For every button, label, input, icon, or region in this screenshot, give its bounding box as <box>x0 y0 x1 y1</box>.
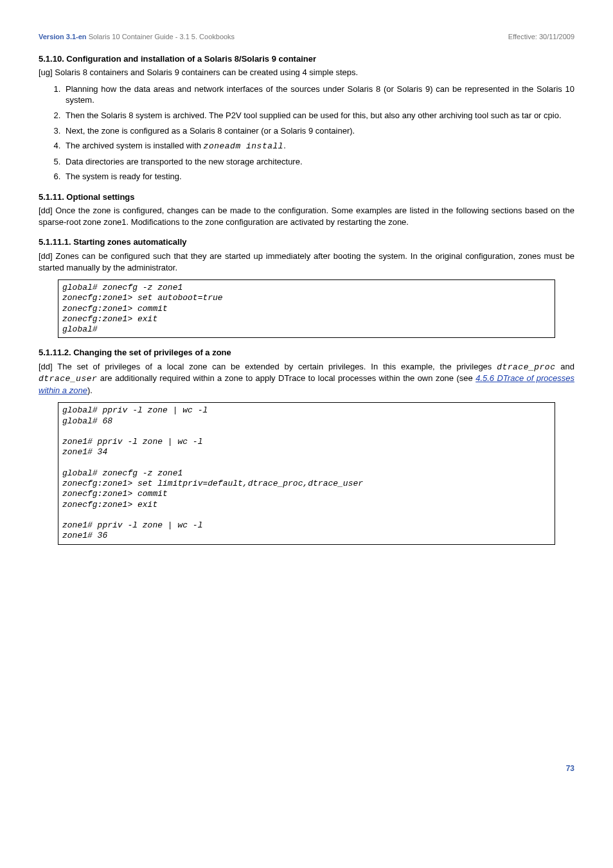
steps-list: Planning how the data areas and network … <box>39 84 574 182</box>
intro-5-1-10: [ug] Solaris 8 containers and Solaris 9 … <box>39 67 574 78</box>
para-5-1-11-1: [dd] Zones can be configured such that t… <box>39 251 574 273</box>
list-item: The archived system is installed with zo… <box>63 140 574 152</box>
page-header: Version 3.1-en Solaris 10 Container Guid… <box>39 32 574 42</box>
para2-mid: and <box>555 362 574 371</box>
list-item: Next, the zone is configured as a Solari… <box>63 125 574 137</box>
page-number: 73 <box>39 763 574 774</box>
codebox-privileges: global# ppriv -l zone | wc -l global# 68… <box>58 402 555 544</box>
list-item: The system is ready for testing. <box>63 171 574 182</box>
para2-c: ). <box>87 385 93 395</box>
dtrace-user-code: dtrace_user <box>39 374 97 384</box>
para2-b: are additionally required within a zone … <box>97 373 475 383</box>
para-5-1-11-2: [dd] The set of privileges of a local zo… <box>39 361 574 396</box>
codebox-autoboot: global# zonecfg -z zone1 zonecfg:zone1> … <box>58 279 555 338</box>
list-item: Data directories are transported to the … <box>63 156 574 168</box>
zoneadm-code: zoneadm install <box>204 141 284 151</box>
list-item: Then the Solaris 8 system is archived. T… <box>63 110 574 121</box>
heading-5-1-10: 5.1.10. Configuration and installation o… <box>39 53 574 65</box>
item4-tail: . <box>283 141 286 150</box>
breadcrumb-text: Solaris 10 Container Guide - 3.1 5. Cook… <box>89 33 235 40</box>
heading-5-1-11: 5.1.11. Optional settings <box>39 191 574 203</box>
version-label: Version 3.1-en <box>39 33 87 40</box>
para2-a: [dd] The set of privileges of a local zo… <box>39 362 497 371</box>
item4-text: The archived system is installed with <box>66 141 204 150</box>
list-item: Planning how the data areas and network … <box>63 84 574 106</box>
para-5-1-11: [dd] Once the zone is configured, change… <box>39 205 574 227</box>
dtrace-proc-code: dtrace_proc <box>497 362 555 372</box>
heading-5-1-11-2: 5.1.11.2. Changing the set of privileges… <box>39 347 574 359</box>
effective-date: Effective: 30/11/2009 <box>508 32 574 42</box>
heading-5-1-11-1: 5.1.11.1. Starting zones automatically <box>39 236 574 248</box>
